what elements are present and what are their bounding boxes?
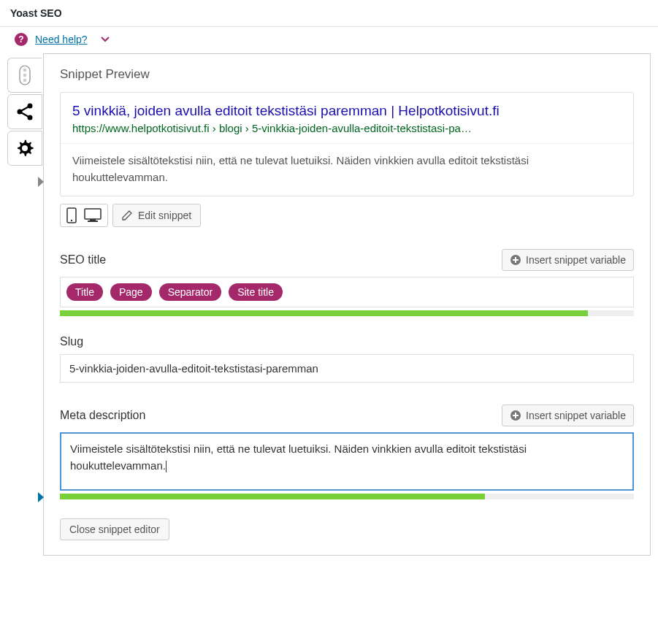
svg-point-3	[23, 79, 27, 83]
mobile-icon[interactable]	[66, 207, 77, 223]
tab-social[interactable]	[7, 94, 42, 129]
variable-pill[interactable]: Site title	[229, 283, 283, 301]
variable-pill[interactable]: Separator	[159, 283, 221, 301]
svg-point-11	[71, 220, 72, 221]
svg-point-9	[22, 145, 28, 151]
edit-snippet-button[interactable]: Edit snippet	[112, 204, 201, 227]
need-help-link[interactable]: Need help?	[35, 34, 88, 45]
svg-rect-13	[90, 219, 96, 221]
variable-pill[interactable]: Title	[66, 283, 103, 301]
plus-circle-icon	[510, 410, 521, 421]
meta-description-progress	[60, 494, 634, 499]
snippet-preview-heading: Snippet Preview	[60, 67, 634, 82]
snippet-preview-box: 5 vinkkiä, joiden avulla editoit tekstis…	[60, 92, 634, 196]
meta-description-label: Meta description	[60, 409, 145, 422]
preview-description[interactable]: Viimeistele sisältötekstisi niin, että n…	[72, 153, 621, 185]
svg-point-2	[23, 74, 27, 77]
preview-title[interactable]: 5 vinkkiä, joiden avulla editoit tekstis…	[72, 103, 621, 119]
svg-point-1	[23, 69, 27, 72]
variable-pill[interactable]: Page	[110, 283, 152, 301]
preview-url: https://www.helpotkotisivut.fi › blogi ›…	[72, 122, 621, 134]
seo-title-progress	[60, 310, 634, 316]
device-toggle[interactable]	[60, 204, 108, 227]
metabox-title: Yoast SEO	[0, 0, 658, 26]
caret-icon	[38, 177, 44, 187]
insert-variable-button[interactable]: Insert snippet variable	[502, 405, 634, 426]
meta-description-input[interactable]: Viimeistele sisältötekstisi niin, että n…	[60, 432, 634, 491]
pencil-icon	[122, 210, 132, 221]
tab-advanced[interactable]	[7, 131, 42, 166]
close-snippet-button[interactable]: Close snippet editor	[60, 518, 169, 540]
svg-rect-12	[85, 209, 101, 219]
caret-icon	[38, 492, 44, 502]
insert-variable-button[interactable]: Insert snippet variable	[502, 249, 634, 271]
svg-line-7	[22, 107, 28, 111]
svg-line-8	[22, 113, 28, 117]
help-icon[interactable]: ?	[15, 33, 28, 46]
slug-label: Slug	[60, 335, 634, 348]
tab-readability[interactable]	[7, 58, 42, 93]
desktop-icon[interactable]	[84, 208, 102, 223]
plus-circle-icon	[510, 254, 521, 266]
seo-title-label: SEO title	[60, 253, 106, 267]
seo-title-field[interactable]: TitlePageSeparatorSite title	[60, 277, 634, 307]
chevron-down-icon	[101, 37, 110, 42]
slug-input[interactable]	[60, 354, 634, 383]
svg-rect-14	[88, 221, 98, 222]
